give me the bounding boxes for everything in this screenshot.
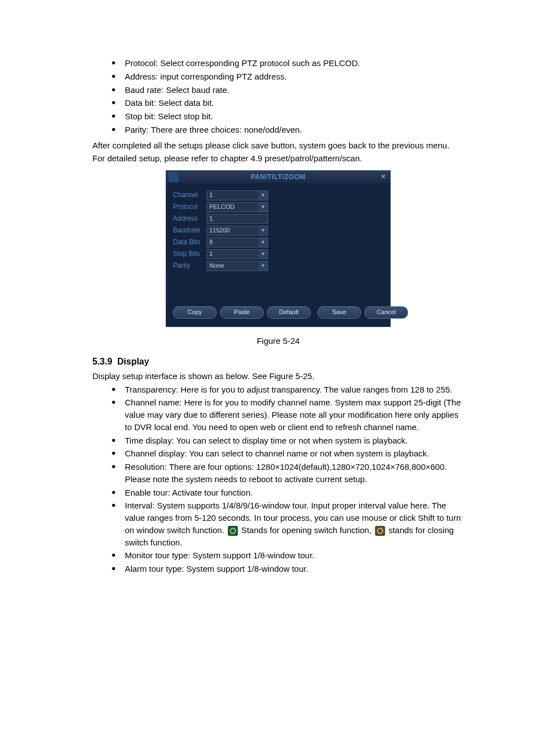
paragraph: Display setup interface is shown as belo… <box>92 370 464 382</box>
list-item: Parity: There are three choices: none/od… <box>111 124 464 136</box>
list-item: Protocol: Select corresponding PTZ proto… <box>111 57 464 69</box>
channel-value: 1 <box>209 191 213 200</box>
list-item: Baud rate: Select baud rate. <box>111 84 464 96</box>
chevron-down-icon: ▼ <box>259 191 268 200</box>
section-number: 5.3.9 <box>92 357 113 366</box>
list-item: Alarm tour type: System support 1/8-wind… <box>111 563 464 575</box>
paste-button[interactable]: Paste <box>220 306 264 319</box>
bullet-text: Data bit: Select data bit. <box>125 98 214 108</box>
parity-select[interactable]: None ▼ <box>207 261 268 271</box>
bullet-text: Baud rate: Select baud rate. <box>125 85 229 95</box>
list-item: Time display: You can select to display … <box>111 435 464 447</box>
default-label: Default <box>279 308 299 317</box>
stopbits-select[interactable]: 1 ▼ <box>207 249 268 259</box>
figure-wrap: PAN/TILT/ZOOM × Channel 1 ▼ Protocol PEL… <box>92 170 464 347</box>
bullet-text: Monitor tour type: System support 1/8-wi… <box>125 550 315 560</box>
list-item: Monitor tour type: System support 1/8-wi… <box>111 549 464 562</box>
list-item: Channel name: Here is for you to modify … <box>111 396 464 433</box>
list-item: Transparency: Here is for you to adjust … <box>111 384 464 396</box>
dialog-title-bar: PAN/TILT/ZOOM × <box>166 171 390 183</box>
bullet-text: Channel name: Here is for you to modify … <box>125 398 461 432</box>
address-value: 1 <box>209 214 213 223</box>
bullet-text: Time display: You can select to display … <box>125 436 408 445</box>
close-icon[interactable]: × <box>379 172 388 181</box>
cancel-button[interactable]: Cancel <box>364 306 408 319</box>
bullet-text: Alarm tour type: System support 1/8-wind… <box>125 564 308 573</box>
row-stopbits: Stop Bits 1 ▼ <box>173 249 383 259</box>
bullet-text: Channel display: You can select to chann… <box>125 449 429 458</box>
ptz-dialog: PAN/TILT/ZOOM × Channel 1 ▼ Protocol PEL… <box>166 170 391 327</box>
paragraph: After completed all the setups please cl… <box>92 139 464 152</box>
channel-select[interactable]: 1 ▼ <box>207 190 268 200</box>
dialog-footer: Copy Paste Default Save Cancel <box>166 301 390 326</box>
bullet-text: Resolution: There are four options: 1280… <box>125 462 447 484</box>
chevron-down-icon: ▼ <box>259 238 268 247</box>
bullet-text: Address: input corresponding PTZ address… <box>125 72 287 81</box>
switch-on-icon <box>228 526 238 536</box>
paragraph: For detailed setup, please refer to chap… <box>92 152 464 165</box>
switch-off-icon <box>375 526 385 536</box>
protocol-select[interactable]: PELCOD ▼ <box>207 202 268 212</box>
protocol-label: Protocol <box>173 202 207 212</box>
section-heading: 5.3.9 Display <box>92 355 464 368</box>
stopbits-value: 1 <box>209 250 213 259</box>
baudrate-select[interactable]: 115200 ▼ <box>207 226 268 236</box>
bullet-text: Stop bit: Select stop bit. <box>125 111 213 121</box>
protocol-value: PELCOD <box>209 203 235 212</box>
list-item: Stop bit: Select stop bit. <box>111 110 464 123</box>
stopbits-label: Stop Bits <box>173 249 207 259</box>
list-item: Channel display: You can select to chann… <box>111 447 464 460</box>
address-label: Address <box>173 214 207 223</box>
bullet-text: Parity: There are three choices: none/od… <box>125 125 302 134</box>
databits-value: 8 <box>209 238 213 247</box>
list-item: Interval: System supports 1/4/8/9/16-win… <box>111 500 464 548</box>
save-label: Save <box>332 308 346 317</box>
list-item: Address: input corresponding PTZ address… <box>111 71 464 83</box>
bullet-text: Transparency: Here is for you to adjust … <box>125 385 452 394</box>
section-title: Display <box>117 357 149 366</box>
chevron-down-icon: ▼ <box>259 250 268 259</box>
chevron-down-icon: ▼ <box>259 226 268 235</box>
row-protocol: Protocol PELCOD ▼ <box>173 202 383 212</box>
baudrate-value: 115200 <box>209 226 230 235</box>
intro-bullet-list: Protocol: Select corresponding PTZ proto… <box>92 57 464 136</box>
copy-label: Copy <box>188 308 202 317</box>
copy-button[interactable]: Copy <box>173 306 217 319</box>
bullet-text: Stands for opening switch function, <box>241 525 374 535</box>
address-input[interactable]: 1 <box>207 214 268 224</box>
row-databits: Data Bits 8 ▼ <box>173 237 383 248</box>
list-item: Data bit: Select data bit. <box>111 97 464 109</box>
cancel-label: Cancel <box>377 308 396 317</box>
chevron-down-icon: ▼ <box>259 262 268 270</box>
row-channel: Channel 1 ▼ <box>173 190 383 200</box>
figure-caption: Figure 5-24 <box>92 335 464 347</box>
parity-label: Parity <box>173 261 207 270</box>
baudrate-label: Baudrate <box>173 226 207 235</box>
databits-select[interactable]: 8 ▼ <box>207 237 268 248</box>
row-baudrate: Baudrate 115200 ▼ <box>173 226 383 236</box>
parity-value: None <box>209 262 224 270</box>
dialog-body: Channel 1 ▼ Protocol PELCOD ▼ Address <box>166 183 390 301</box>
channel-label: Channel <box>173 190 207 200</box>
chevron-down-icon: ▼ <box>259 203 268 212</box>
row-address: Address 1 <box>173 214 383 224</box>
display-bullet-list: Transparency: Here is for you to adjust … <box>92 384 464 575</box>
databits-label: Data Bits <box>173 237 207 247</box>
dialog-title: PAN/TILT/ZOOM <box>251 173 306 181</box>
bullet-text: Protocol: Select corresponding PTZ proto… <box>125 58 360 68</box>
save-button[interactable]: Save <box>317 306 361 319</box>
list-item: Enable tour: Activate tour function. <box>111 487 464 499</box>
row-parity: Parity None ▼ <box>173 261 383 271</box>
list-item: Resolution: There are four options: 1280… <box>111 461 464 486</box>
paste-label: Paste <box>234 308 250 317</box>
dialog-icon <box>168 172 179 182</box>
bullet-text: Enable tour: Activate tour function. <box>125 488 252 497</box>
default-button[interactable]: Default <box>267 306 311 319</box>
